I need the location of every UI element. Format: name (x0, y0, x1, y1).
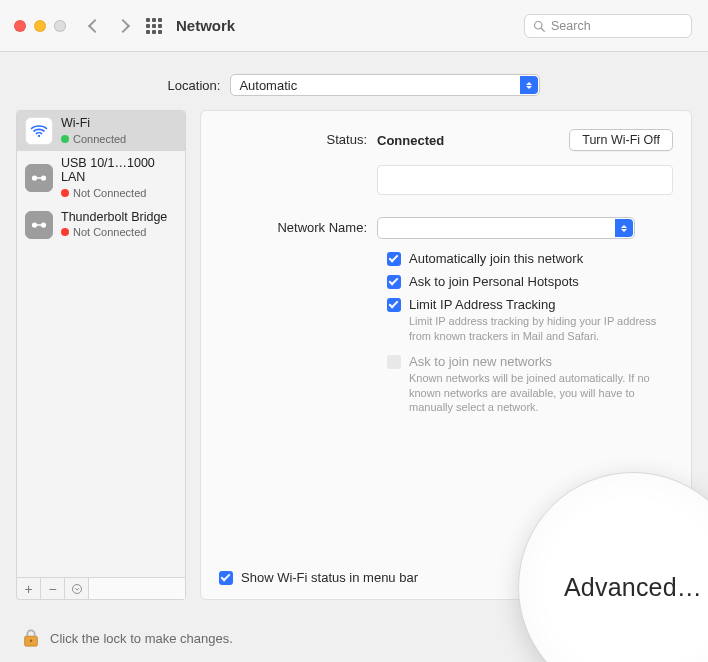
personal-hotspots-checkbox[interactable] (387, 275, 401, 289)
sidebar-item-thunderbolt[interactable]: Thunderbolt Bridge Not Connected (17, 205, 185, 245)
svg-line-1 (541, 28, 544, 31)
show-status-menubar-label: Show Wi-Fi status in menu bar (241, 570, 418, 585)
show-all-icon[interactable] (146, 18, 162, 34)
svg-point-9 (72, 584, 81, 593)
back-button[interactable] (88, 18, 102, 32)
sidebar-item-status: Connected (73, 133, 126, 145)
ask-new-networks-subtext: Known networks will be joined automatica… (219, 371, 659, 416)
svg-point-3 (32, 175, 37, 180)
status-dot-icon (61, 189, 69, 197)
sidebar-controls-fill (89, 578, 185, 599)
svg-rect-5 (37, 177, 42, 179)
location-select[interactable]: Automatic (230, 74, 540, 96)
more-actions-button[interactable] (65, 578, 89, 599)
close-window-button[interactable] (14, 20, 26, 32)
turn-wifi-off-button[interactable]: Turn Wi-Fi Off (569, 129, 673, 151)
sidebar-item-label: Wi-Fi (61, 117, 126, 131)
location-select-value: Automatic (239, 78, 297, 93)
location-row: Location: Automatic (0, 52, 708, 110)
network-name-select[interactable] (377, 217, 635, 239)
lock-text: Click the lock to make changes. (50, 631, 233, 646)
sidebar-item-status: Not Connected (73, 226, 146, 238)
ethernet-icon (25, 211, 53, 239)
auto-join-label: Automatically join this network (409, 251, 583, 266)
personal-hotspots-label: Ask to join Personal Hotspots (409, 274, 579, 289)
search-icon (533, 20, 545, 32)
limit-ip-label: Limit IP Address Tracking (409, 297, 555, 312)
wifi-icon (25, 117, 53, 145)
zoom-window-button[interactable] (54, 20, 66, 32)
search-placeholder: Search (551, 19, 591, 33)
sidebar-item-label: Thunderbolt Bridge (61, 211, 167, 225)
svg-point-2 (38, 135, 40, 137)
ask-new-networks-checkbox (387, 355, 401, 369)
lock-icon (22, 628, 40, 648)
limit-ip-checkbox[interactable] (387, 298, 401, 312)
chevron-updown-icon (520, 76, 538, 94)
interface-list: Wi-Fi Connected USB 10/1…1000 LAN (16, 110, 186, 578)
status-label: Status: (219, 129, 377, 147)
remove-interface-button[interactable]: − (41, 578, 65, 599)
status-dot-icon (61, 135, 69, 143)
traffic-lights (14, 20, 66, 32)
sidebar-item-usb-lan[interactable]: USB 10/1…1000 LAN Not Connected (17, 151, 185, 205)
circle-chevron-icon (71, 583, 83, 595)
limit-ip-subtext: Limit IP address tracking by hiding your… (219, 314, 659, 344)
svg-point-4 (41, 175, 46, 180)
svg-point-11 (30, 639, 33, 642)
lock-row[interactable]: Click the lock to make changes. (22, 628, 233, 648)
sidebar-item-wifi[interactable]: Wi-Fi Connected (17, 111, 185, 151)
location-label: Location: (168, 78, 221, 93)
status-dot-icon (61, 228, 69, 236)
sidebar-item-status: Not Connected (73, 187, 146, 199)
status-detail-box (377, 165, 673, 195)
network-name-label: Network Name: (219, 217, 377, 235)
sidebar-controls: + − (16, 578, 186, 600)
ask-new-networks-label: Ask to join new networks (409, 354, 552, 369)
window-title: Network (176, 17, 235, 34)
ethernet-icon (25, 164, 53, 192)
advanced-button[interactable]: Advanced… (564, 573, 702, 602)
status-value: Connected (377, 133, 444, 148)
sidebar-item-label: USB 10/1…1000 LAN (61, 157, 177, 185)
chevron-updown-icon (615, 219, 633, 237)
svg-rect-8 (37, 224, 42, 226)
svg-point-6 (32, 222, 37, 227)
show-status-menubar-checkbox[interactable] (219, 571, 233, 585)
minimize-window-button[interactable] (34, 20, 46, 32)
sidebar: Wi-Fi Connected USB 10/1…1000 LAN (16, 110, 186, 600)
forward-button[interactable] (116, 18, 130, 32)
toolbar: Network Search (0, 0, 708, 52)
search-input[interactable]: Search (524, 14, 692, 38)
nav-buttons (90, 21, 128, 31)
add-interface-button[interactable]: + (17, 578, 41, 599)
auto-join-checkbox[interactable] (387, 252, 401, 266)
svg-point-7 (41, 222, 46, 227)
